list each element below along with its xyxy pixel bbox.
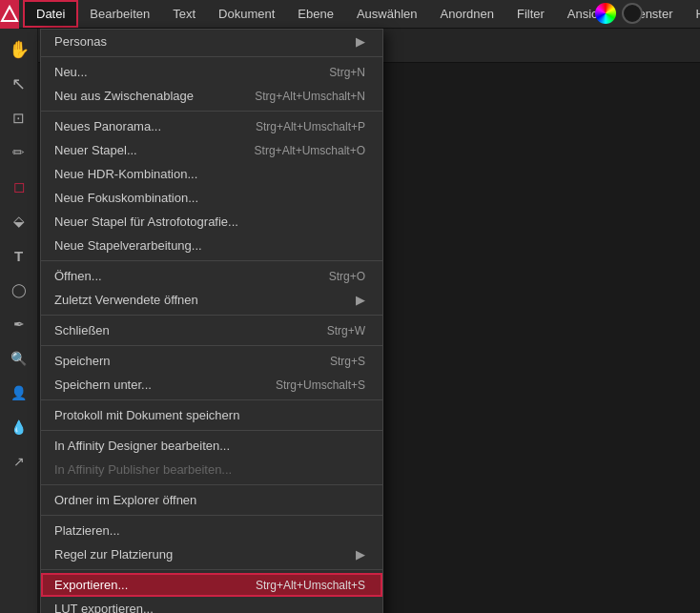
menu-platzieren[interactable]: Platzieren... — [41, 519, 382, 542]
tool-zoom[interactable]: 🔍 — [4, 343, 34, 374]
menu-filter[interactable]: Filter — [505, 0, 556, 28]
file-dropdown: Personas ▶ Neu... Strg+N Neu aus Zwische… — [40, 29, 383, 613]
tool-person[interactable]: 👤 — [4, 378, 34, 408]
separator-4 — [41, 345, 382, 346]
separator-1 — [41, 111, 382, 112]
menu-oeffnen[interactable]: Öffnen... Strg+O — [41, 264, 382, 288]
menu-neu-zwischenablage[interactable]: Neu aus Zwischenablage Strg+Alt+Umschalt… — [41, 84, 382, 108]
menu-text[interactable]: Text — [161, 0, 207, 28]
menu-exportieren[interactable]: Exportieren... Strg+Alt+Umschalt+S — [41, 573, 382, 597]
menu-neu[interactable]: Neu... Strg+N — [41, 60, 382, 84]
separator-3 — [41, 315, 382, 316]
menu-speichern[interactable]: Speichern Strg+S — [41, 349, 382, 373]
tool-crop[interactable]: ⊡ — [4, 103, 34, 133]
menu-neues-panorama[interactable]: Neues Panorama... Strg+Alt+Umschalt+P — [41, 114, 382, 138]
color-wheel-icon[interactable] — [595, 3, 616, 24]
separator-0 — [41, 56, 382, 57]
tool-shape[interactable]: ◯ — [4, 275, 34, 305]
menu-bearbeiten[interactable]: Bearbeiten — [78, 0, 161, 28]
separator-7 — [41, 484, 382, 485]
separator-2 — [41, 260, 382, 261]
tool-arrow[interactable]: ↗ — [4, 446, 34, 477]
separator-9 — [41, 569, 382, 570]
menu-hi[interactable]: Hi — [685, 0, 700, 28]
tool-select[interactable]: ↖ — [4, 69, 34, 99]
menu-dokument[interactable]: Dokument — [207, 0, 286, 28]
left-toolbar: ✋ ↖ ⊡ ✏ ◻ ⬙ T ◯ ✒ 🔍 👤 💧 ↗ — [0, 29, 38, 613]
menu-personas[interactable]: Personas ▶ — [41, 30, 382, 53]
menu-neuer-stapel[interactable]: Neuer Stapel... Strg+Alt+Umschalt+O — [41, 138, 382, 162]
menu-lut-exportieren[interactable]: LUT exportieren... — [41, 597, 382, 613]
separator-8 — [41, 515, 382, 516]
app-logo — [0, 0, 19, 29]
tool-move[interactable]: ✋ — [4, 34, 34, 65]
menu-ebene[interactable]: Ebene — [286, 0, 345, 28]
tool-pen[interactable]: ✒ — [4, 309, 34, 339]
menu-regel-platzierung[interactable]: Regel zur Platzierung ▶ — [41, 542, 382, 566]
svg-marker-0 — [2, 7, 17, 21]
tool-eraser[interactable]: ◻ — [4, 172, 34, 202]
dark-circle-icon[interactable] — [622, 3, 643, 24]
menu-datei[interactable]: Datei — [23, 0, 78, 28]
menu-ordner-explorer[interactable]: Ordner im Explorer öffnen — [41, 488, 382, 512]
menu-neue-stapelverarbeitung[interactable]: Neue Stapelverarbeitung... — [41, 234, 382, 257]
menu-speichern-unter[interactable]: Speichern unter... Strg+Umschalt+S — [41, 373, 382, 397]
separator-6 — [41, 430, 382, 431]
personas-arrow: ▶ — [356, 34, 365, 49]
menu-neuer-stapel-astro[interactable]: Neuer Stapel für Astrofotografie... — [41, 210, 382, 234]
tool-fill[interactable]: ⬙ — [4, 206, 34, 236]
tool-text[interactable]: T — [4, 240, 34, 271]
separator-5 — [41, 399, 382, 400]
menu-affinity-publisher[interactable]: In Affinity Publisher bearbeiten... — [41, 458, 382, 481]
menu-neue-hdr[interactable]: Neue HDR-Kombination... — [41, 162, 382, 186]
menubar: Datei Bearbeiten Text Dokument Ebene Aus… — [0, 0, 700, 29]
zuletzt-arrow: ▶ — [356, 293, 365, 307]
top-right-icons — [595, 3, 643, 24]
menu-neue-fokus[interactable]: Neue Fokuskombination... — [41, 186, 382, 210]
tool-water[interactable]: 💧 — [4, 412, 34, 442]
menu-protokoll[interactable]: Protokoll mit Dokument speichern — [41, 403, 382, 427]
menu-zuletzt[interactable]: Zuletzt Verwendete öffnen ▶ — [41, 288, 382, 312]
tool-brush[interactable]: ✏ — [4, 137, 34, 168]
regel-arrow: ▶ — [356, 547, 365, 562]
menu-auswaehlen[interactable]: Auswählen — [345, 0, 429, 28]
menu-schliessen[interactable]: Schließen Strg+W — [41, 318, 382, 342]
menu-affinity-designer[interactable]: In Affinity Designer bearbeiten... — [41, 434, 382, 458]
menu-anordnen[interactable]: Anordnen — [429, 0, 505, 28]
